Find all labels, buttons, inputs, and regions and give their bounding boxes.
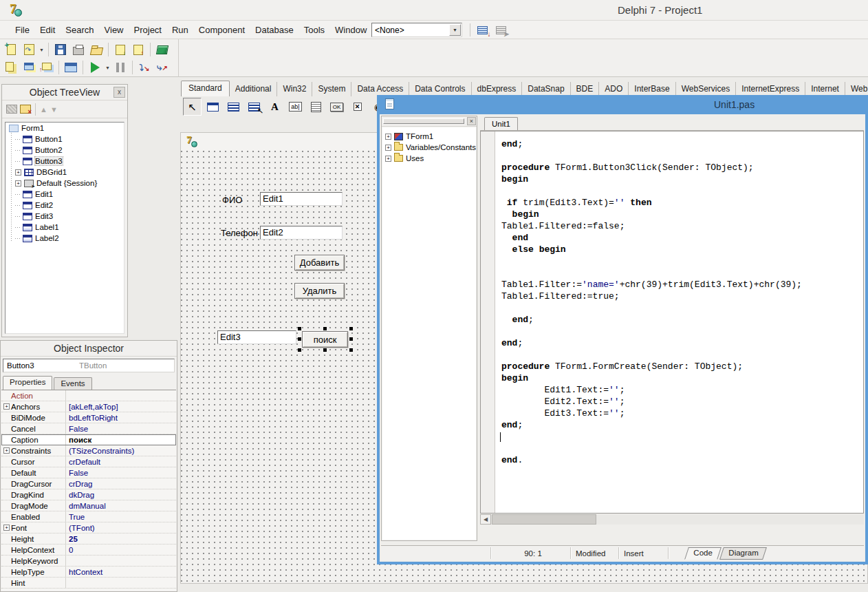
new-button[interactable] [3,41,19,58]
scrollbar-thumb[interactable] [492,514,596,525]
open-project-button[interactable] [88,41,105,58]
close-icon[interactable]: × [467,117,476,125]
scroll-left-icon[interactable]: ◀ [480,514,491,525]
tree-item-button1[interactable]: Button1 [6,134,124,145]
view-tab-diagram[interactable]: Diagram [719,547,767,560]
menu-run[interactable]: Run [172,25,188,35]
edit-icon[interactable]: ab| [286,98,305,116]
expand-icon[interactable]: + [3,403,10,410]
move-down-icon[interactable]: ▼ [50,105,58,114]
property-row-helptype[interactable]: HelpTypehtContext [1,567,176,578]
tree-item-button3[interactable]: Button3 [6,156,124,167]
property-row-caption[interactable]: Captionпоиск [1,434,176,445]
property-row-hint[interactable]: Hint [1,578,176,589]
menu-project[interactable]: Project [134,25,162,35]
property-row-dragkind[interactable]: DragKinddkDrag [1,489,176,500]
property-row-helpkeyword[interactable]: HelpKeyword [1,556,176,567]
palette-tab-additional[interactable]: Additional [230,82,278,96]
explorer-grip[interactable] [383,118,464,124]
label-icon[interactable]: A [265,98,284,116]
palette-tab-dbexpress[interactable]: dbExpress [472,82,523,96]
form-edit3[interactable]: Edit3 [217,330,296,344]
palette-tab-system[interactable]: System [312,82,351,96]
menu-file[interactable]: File [15,25,30,35]
popup-menu-icon[interactable]: ↖ [245,98,263,116]
form-label-telefon[interactable]: Телефон [221,228,258,238]
property-row-bidimode[interactable]: BiDiModebdLeftToRight [1,412,176,423]
code-text[interactable]: end;procedure TForm1.Button3Click(Sender… [501,138,802,466]
expand-icon[interactable]: + [15,180,21,187]
remove-file-from-project-button[interactable] [130,41,147,58]
tree-item-dbgrid1[interactable]: +DBGrid1 [6,167,124,178]
property-row-cancel[interactable]: CancelFalse [1,423,176,434]
view-tab-code[interactable]: Code [684,547,721,560]
tree-item-edit1[interactable]: Edit1 [6,189,124,200]
explorer-item-tform1[interactable]: +TForm1 [382,131,476,142]
pause-button[interactable] [112,59,129,76]
palette-tab-internetexpress[interactable]: InternetExpress [736,82,805,96]
step-over-button[interactable]: ⤷↗ [154,59,171,76]
tree-item-default-session-[interactable]: +Default {Session} [6,178,124,189]
expand-icon[interactable]: + [3,447,10,454]
desktop-combo[interactable]: <None> ▼ [371,23,462,37]
tree-item-label2[interactable]: Label2 [6,233,124,244]
palette-tab-websnap[interactable]: WebSnap [845,82,868,96]
palette-tab-webservices[interactable]: WebServices [676,82,736,96]
tab-unit1[interactable]: Unit1 [484,117,518,130]
form-edit2[interactable]: Edit2 [260,226,343,240]
new-items-button[interactable] [3,59,19,76]
selector-icon[interactable]: ↖ [183,98,202,116]
palette-tab-standard[interactable]: Standard [181,81,230,96]
memo-icon[interactable] [307,98,325,116]
open-button[interactable] [21,41,37,58]
run-dropdown-icon[interactable]: ▼ [105,59,111,76]
toggle-form-unit-button[interactable] [39,59,55,76]
chevron-down-icon[interactable]: ▼ [449,24,461,36]
palette-tab-interbase[interactable]: InterBase [629,82,675,96]
frames-icon[interactable] [204,98,222,116]
palette-tab-win32[interactable]: Win32 [277,82,312,96]
tree-item-edit2[interactable]: Edit2 [6,200,124,211]
save-current-desktop-button[interactable] [474,23,490,37]
property-row-dragcursor[interactable]: DragCursorcrDrag [1,478,176,489]
property-row-default[interactable]: DefaultFalse [1,467,176,478]
horizontal-scrollbar[interactable]: ◀ [480,514,864,525]
help-contents-button[interactable] [154,41,171,58]
run-button[interactable] [87,59,103,76]
property-row-action[interactable]: Action [1,390,176,401]
selection-handles[interactable] [298,327,353,352]
property-row-height[interactable]: Height25 [1,533,176,545]
set-debug-desktop-button[interactable] [492,23,509,37]
property-row-font[interactable]: +Font(TFont) [1,522,176,533]
property-row-dragmode[interactable]: DragModedmManual [1,500,176,511]
menu-search[interactable]: Search [65,25,94,35]
expand-icon[interactable]: + [385,145,391,151]
code-view[interactable]: end;procedure TForm1.Button3Click(Sender… [480,131,864,514]
palette-tab-internet[interactable]: Internet [805,82,845,96]
explorer-item-variables-constants[interactable]: +Variables/Constants [382,142,476,153]
inspector-object-combo[interactable]: Button3 TButton [3,359,175,372]
close-icon[interactable]: x [113,87,125,98]
form-button-dobavit[interactable]: Добавить [294,255,345,271]
property-row-enabled[interactable]: EnabledTrue [1,511,176,522]
expand-icon[interactable]: + [385,134,391,140]
form-label-fio[interactable]: ФИО [222,195,242,205]
new-item-icon[interactable] [6,105,17,114]
tree-item-button2[interactable]: Button2 [6,145,124,156]
palette-tab-datasnap[interactable]: DataSnap [522,82,570,96]
palette-tab-data-access[interactable]: Data Access [351,82,409,96]
form-button-udalit[interactable]: Удалить [294,283,345,299]
expand-icon[interactable]: + [15,169,21,176]
add-file-to-project-button[interactable] [112,41,129,58]
menu-component[interactable]: Component [199,25,245,35]
save-button[interactable] [52,41,69,58]
tab-events[interactable]: Events [54,377,91,390]
palette-tab-data-controls[interactable]: Data Controls [409,82,471,96]
trace-into-button[interactable]: ⤵↘ [136,59,153,76]
view-unit-button[interactable] [21,59,37,76]
view-form-button[interactable] [63,59,79,76]
tree-item-label1[interactable]: Label1 [6,222,124,233]
menu-view[interactable]: View [105,25,124,35]
property-row-constraints[interactable]: +Constraints(TSizeConstraints) [1,445,176,456]
palette-tab-ado[interactable]: ADO [599,82,629,96]
